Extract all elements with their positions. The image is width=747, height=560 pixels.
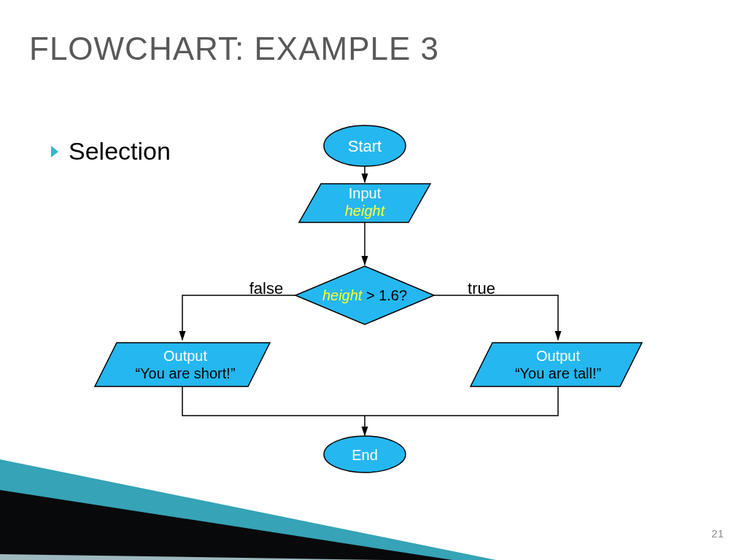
output-right-label: Output “You are tall!” xyxy=(485,347,631,382)
output-right-text: “You are tall!” xyxy=(485,365,631,382)
decorative-wedge xyxy=(0,0,747,560)
decision-variable: height xyxy=(322,287,363,303)
bullet-icon xyxy=(51,146,58,158)
decision-label: height > 1.6? xyxy=(303,287,427,304)
start-label: Start xyxy=(321,137,409,156)
decision-condition: > 1.6? xyxy=(362,287,407,303)
page-title: FLOWCHART: EXAMPLE 3 xyxy=(29,31,439,67)
subtitle-row: Selection xyxy=(51,137,171,166)
output-left-label: Output “You are short!” xyxy=(112,347,258,382)
input-label: Input height xyxy=(321,184,409,219)
false-label: false xyxy=(244,279,288,298)
input-variable: height xyxy=(321,202,409,219)
true-label: true xyxy=(460,279,503,298)
page-number: 21 xyxy=(711,527,724,540)
output-left-title: Output xyxy=(112,347,258,365)
end-label: End xyxy=(321,446,409,464)
subtitle-text: Selection xyxy=(69,137,171,166)
output-left-text: “You are short!” xyxy=(112,365,258,382)
input-title: Input xyxy=(321,184,409,202)
output-right-title: Output xyxy=(485,347,631,365)
